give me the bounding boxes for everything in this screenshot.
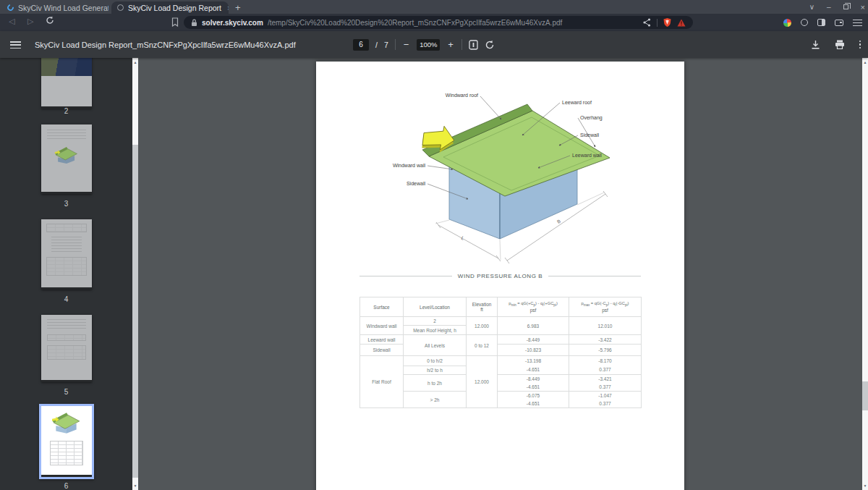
col-header-pmax: pmax = qG(-Cp) - qi(-GCpi) psf (569, 297, 642, 317)
thumbnail-page-4[interactable] (41, 219, 92, 290)
tab-close-icon[interactable]: × (227, 4, 229, 12)
sidewall-left-label: Sidewall (407, 181, 426, 186)
page-total: 7 (384, 41, 388, 49)
wallet-icon[interactable] (835, 20, 843, 26)
sidewall-right-label: Sidewall (580, 132, 600, 138)
col-header-level: Level/Location (404, 297, 467, 317)
restore-button[interactable] (843, 4, 848, 9)
new-tab-button[interactable]: + (231, 1, 244, 14)
pdf-page-controls: 6 / 7 − 100% + (353, 31, 495, 58)
fit-to-page-icon[interactable] (469, 40, 478, 50)
leeward-roof-label: Leeward roof (562, 100, 592, 105)
sidebar-panel-icon[interactable] (817, 19, 825, 26)
cell-pmax: -8.1700.377 (569, 356, 642, 375)
tab-wind-load-generator[interactable]: SkyCiv Wind Load Generator | (1, 1, 109, 14)
zoom-in-button[interactable]: + (446, 39, 455, 50)
globe-favicon-icon (117, 4, 124, 11)
mini-house (51, 412, 82, 435)
thumbnail-page-2[interactable] (41, 58, 92, 109)
divider (657, 19, 658, 27)
extension-ring-icon[interactable] (801, 19, 808, 26)
page-number-input[interactable]: 6 (353, 39, 369, 51)
zoom-out-button[interactable]: − (402, 39, 411, 50)
wind-zones-house-diagram: Windward roof Leeward roof Overhang Side… (351, 75, 649, 283)
pdf-sidebar-toggle-icon[interactable] (10, 41, 21, 48)
cell-pmin: -13.198-4.651 (498, 356, 569, 375)
minimize-button[interactable]: – (827, 3, 831, 11)
cell-pmin: -6.075-4.651 (498, 392, 569, 408)
forward-button[interactable]: ▷ (27, 17, 33, 26)
thumbnail-page-3[interactable] (41, 124, 92, 194)
thumbnail-page-number: 5 (0, 388, 132, 396)
tab-strip: SkyCiv Wind Load Generator | SkyCiv Load… (0, 0, 868, 14)
lock-icon (191, 19, 197, 27)
browser-window: SkyCiv Wind Load Generator | SkyCiv Load… (0, 0, 868, 490)
page-divider: / (375, 41, 378, 49)
url-path: /temp/SkyCiv%20Load%20Design%20Report_mS… (268, 19, 639, 27)
share-icon[interactable] (643, 18, 651, 27)
thumbnail-page-number: 2 (0, 107, 132, 115)
main-scrollbar-thumb[interactable] (862, 381, 868, 410)
brave-shield-icon[interactable] (663, 18, 671, 27)
skyciv-favicon-icon (6, 3, 15, 12)
wind-pressure-table: Surface Level/Location Elevationft pmin … (359, 297, 642, 408)
table-row: Windward wall 2 12.000 6.983 12.010 (360, 317, 642, 326)
navigation-bar: ◁ ▷ solver.skyciv.com /temp/SkyCiv%20Loa… (0, 14, 868, 31)
extension-icons (783, 16, 862, 29)
dimension-l-label: L (461, 235, 466, 241)
windward-wall-label: Windward wall (393, 163, 426, 168)
cell-level: 2 (404, 317, 467, 326)
rotate-icon[interactable] (485, 40, 495, 50)
window-controls: ∨ – × (809, 0, 865, 14)
pdf-document-title: SkyCiv Load Design Report_mSnzCNFxPgXpcI… (35, 41, 296, 49)
pdf-page-6: Windward roof Leeward roof Overhang Side… (316, 62, 684, 490)
thumbnail-page-6-selected[interactable] (39, 404, 94, 479)
zoom-level: 100% (417, 39, 440, 51)
mini-house (54, 146, 79, 165)
col-header-surface: Surface (360, 297, 404, 317)
cell-pmax: 12.010 (569, 317, 642, 335)
scroll-down-icon[interactable]: ▼ (132, 483, 138, 488)
map-image (41, 58, 92, 76)
thumbnail-page-number: 4 (0, 295, 132, 303)
sidebar-scrollbar[interactable]: ▲ ▼ (132, 58, 138, 490)
thumbnail-page-number: 3 (0, 200, 132, 208)
cell-level: 0 to h/2 (404, 356, 467, 366)
tab-title: SkyCiv Load Design Report (128, 4, 221, 12)
cell-level: Mean Roof Height, h (404, 326, 467, 335)
bookmark-button[interactable] (171, 17, 179, 28)
dimension-b-label: B (556, 219, 562, 224)
print-icon[interactable] (835, 40, 845, 49)
reload-icon (46, 16, 54, 25)
thumbnail-page-number: 6 (0, 482, 132, 490)
divider (395, 39, 396, 50)
tab-load-design-report[interactable]: SkyCiv Load Design Report × (111, 1, 229, 14)
download-icon[interactable] (811, 40, 820, 50)
cell-pmax: -1.0470.377 (569, 392, 642, 408)
pdf-toolbar: SkyCiv Load Design Report_mSnzCNFxPgXpcI… (0, 31, 868, 58)
cell-pmin: -8.449 (498, 335, 569, 345)
warning-triangle-icon[interactable] (677, 19, 686, 27)
reload-button[interactable] (46, 16, 54, 26)
cell-surface: Leeward wall (360, 335, 404, 345)
col-header-pmin: pmin = qG(+Cp) - qi(+GCpi) psf (498, 297, 569, 317)
leeward-wall-label: Leeward wall (572, 153, 602, 158)
more-options-icon[interactable] (859, 41, 861, 49)
sidebar-scrollbar-thumb[interactable] (132, 145, 138, 478)
browser-menu-icon[interactable] (853, 20, 862, 26)
pdf-thumbnail-sidebar: 2 3 4 5 (0, 58, 132, 490)
url-bar[interactable]: solver.skyciv.com /temp/SkyCiv%20Load%20… (184, 16, 693, 29)
back-button[interactable]: ◁ (9, 17, 14, 26)
extension-colorwheel-icon[interactable] (783, 19, 791, 27)
thumbnail-page-5[interactable] (41, 315, 92, 382)
scroll-up-icon[interactable]: ▲ (132, 60, 138, 64)
overhang-label: Overhang (580, 115, 603, 121)
tab-title: SkyCiv Wind Load Generator | (18, 4, 109, 12)
main-scrollbar[interactable]: ▲ ▼ (862, 58, 868, 490)
tab-search-chevron-icon[interactable]: ∨ (809, 3, 814, 11)
scroll-down-icon[interactable]: ▼ (862, 483, 868, 488)
cell-level: h/2 to h (404, 366, 467, 375)
cell-surface: Windward wall (360, 317, 404, 335)
scroll-up-icon[interactable]: ▲ (862, 60, 868, 64)
close-window-button[interactable]: × (861, 3, 865, 12)
